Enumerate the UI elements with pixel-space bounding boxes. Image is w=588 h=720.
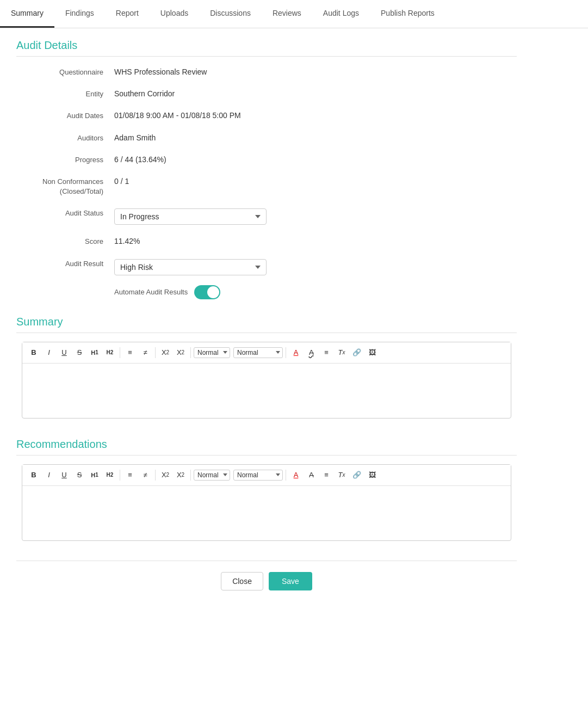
summary-section: Summary B I U S H1 H2 ≡ ≠ X2 X2 Normal S… (16, 316, 517, 419)
field-entity: Entity Southern Corridor (16, 87, 517, 99)
audit-details-title: Audit Details (16, 39, 517, 57)
font-family-select[interactable]: Normal Serif Monospace (233, 347, 283, 358)
sep4 (286, 347, 286, 358)
field-progress: Progress 6 / 44 (13.64%) (16, 153, 517, 165)
save-button[interactable]: Save (269, 572, 312, 590)
close-button[interactable]: Close (221, 572, 263, 590)
rec-superscript-button[interactable]: X2 (174, 468, 188, 482)
label-audit-dates: Audit Dates (16, 109, 114, 121)
tab-reviews[interactable]: Reviews (262, 0, 312, 28)
value-audit-dates: 01/08/18 9:00 AM - 01/08/18 5:00 PM (114, 109, 517, 120)
rec-sep1 (120, 470, 120, 481)
strikethrough-button[interactable]: S (72, 346, 86, 360)
rec-align-button[interactable]: ≡ (319, 468, 333, 482)
bold-button[interactable]: B (27, 346, 41, 360)
rec-sep2 (155, 470, 156, 481)
field-score: Score 11.42% (16, 235, 517, 247)
summary-toolbar: B I U S H1 H2 ≡ ≠ X2 X2 Normal Small Lar… (22, 342, 511, 364)
tab-bar: Summary Findings Report Uploads Discussi… (0, 0, 588, 28)
rec-underline-button[interactable]: U (57, 468, 71, 482)
label-auditors: Auditors (16, 131, 114, 143)
field-questionnaire: Questionnaire WHS Professionals Review (16, 65, 517, 77)
automate-toggle[interactable] (194, 285, 220, 299)
h2-button[interactable]: H2 (103, 346, 117, 360)
summary-editor: B I U S H1 H2 ≡ ≠ X2 X2 Normal Small Lar… (22, 342, 511, 419)
tab-report[interactable]: Report (105, 0, 150, 28)
rec-ordered-list-button[interactable]: ≡ (123, 468, 137, 482)
font-size-select[interactable]: Normal Small Large (194, 347, 230, 358)
label-score: Score (16, 235, 114, 247)
image-button[interactable]: 🖼 (365, 346, 379, 360)
recommendations-title: Recommendations (16, 438, 517, 456)
rec-h1-button[interactable]: H1 (88, 468, 102, 482)
rec-unordered-list-button[interactable]: ≠ (138, 468, 152, 482)
unordered-list-button[interactable]: ≠ (138, 346, 152, 360)
rec-link-button[interactable]: 🔗 (350, 468, 364, 482)
rec-font-family-select[interactable]: Normal Serif Monospace (233, 470, 283, 481)
link-button[interactable]: 🔗 (350, 346, 364, 360)
tab-summary[interactable]: Summary (0, 0, 54, 28)
tab-audit-logs[interactable]: Audit Logs (312, 0, 370, 28)
recommendations-editor: B I U S H1 H2 ≡ ≠ X2 X2 Normal Small Lar… (22, 464, 511, 541)
value-auditors: Adam Smith (114, 131, 517, 142)
recommendations-toolbar: B I U S H1 H2 ≡ ≠ X2 X2 Normal Small Lar… (22, 465, 511, 486)
recommendations-editor-body[interactable] (22, 486, 511, 540)
sep3 (190, 347, 191, 358)
superscript-button[interactable]: X2 (174, 346, 188, 360)
label-questionnaire: Questionnaire (16, 65, 114, 77)
h1-button[interactable]: H1 (88, 346, 102, 360)
tab-publish-reports[interactable]: Publish Reports (370, 0, 445, 28)
value-score: 11.42% (114, 235, 517, 245)
rec-sep4 (286, 470, 286, 481)
rec-image-button[interactable]: 🖼 (365, 468, 379, 482)
value-questionnaire: WHS Professionals Review (114, 65, 517, 76)
summary-title: Summary (16, 316, 517, 333)
label-entity: Entity (16, 87, 114, 99)
rec-clear-format-button[interactable]: Tx (335, 468, 349, 482)
label-progress: Progress (16, 153, 114, 165)
recommendations-section: Recommendations B I U S H1 H2 ≡ ≠ X2 X2 … (16, 438, 517, 541)
tab-uploads[interactable]: Uploads (150, 0, 199, 28)
audit-status-select[interactable]: In Progress Completed Pending (114, 208, 267, 225)
automate-audit-results-row: Automate Audit Results (16, 285, 517, 299)
field-audit-dates: Audit Dates 01/08/18 9:00 AM - 01/08/18 … (16, 109, 517, 121)
tab-findings[interactable]: Findings (54, 0, 105, 28)
rec-font-color-button[interactable]: A (289, 468, 303, 482)
subscript-button[interactable]: X2 (158, 346, 172, 360)
rec-highlight-button[interactable]: A̶ (304, 468, 318, 482)
italic-button[interactable]: I (42, 346, 56, 360)
sep1 (120, 347, 120, 358)
rec-font-size-select[interactable]: Normal Small Large (194, 470, 230, 481)
label-audit-result: Audit Result (16, 257, 114, 269)
field-auditors: Auditors Adam Smith (16, 131, 517, 143)
value-audit-result[interactable]: High Risk Medium Risk Low Risk (114, 257, 517, 275)
font-color-button[interactable]: A (289, 346, 303, 360)
rec-strikethrough-button[interactable]: S (72, 468, 86, 482)
field-audit-status: Audit Status In Progress Completed Pendi… (16, 206, 517, 225)
label-audit-status: Audit Status (16, 206, 114, 218)
footer: Close Save (16, 561, 517, 601)
value-non-conformances: 0 / 1 (114, 175, 517, 186)
summary-editor-body[interactable] (22, 364, 511, 418)
underline-button[interactable]: U (57, 346, 71, 360)
automate-label: Automate Audit Results (114, 288, 188, 296)
value-audit-status[interactable]: In Progress Completed Pending (114, 206, 517, 225)
label-non-conformances: Non Conformances(Closed/Total) (16, 175, 114, 196)
value-entity: Southern Corridor (114, 87, 517, 98)
sep2 (155, 347, 156, 358)
audit-result-select[interactable]: High Risk Medium Risk Low Risk (114, 259, 267, 275)
field-audit-result: Audit Result High Risk Medium Risk Low R… (16, 257, 517, 275)
rec-italic-button[interactable]: I (42, 468, 56, 482)
clear-format-button[interactable]: Tx (335, 346, 349, 360)
tab-discussions[interactable]: Discussions (199, 0, 262, 28)
audit-details-section: Audit Details Questionnaire WHS Professi… (16, 39, 517, 299)
value-progress: 6 / 44 (13.64%) (114, 153, 517, 164)
main-content: Audit Details Questionnaire WHS Professi… (0, 28, 533, 623)
highlight-button[interactable]: A̶ (304, 346, 318, 360)
ordered-list-button[interactable]: ≡ (123, 346, 137, 360)
align-button[interactable]: ≡ (319, 346, 333, 360)
rec-sep3 (190, 470, 191, 481)
rec-bold-button[interactable]: B (27, 468, 41, 482)
rec-subscript-button[interactable]: X2 (158, 468, 172, 482)
rec-h2-button[interactable]: H2 (103, 468, 117, 482)
